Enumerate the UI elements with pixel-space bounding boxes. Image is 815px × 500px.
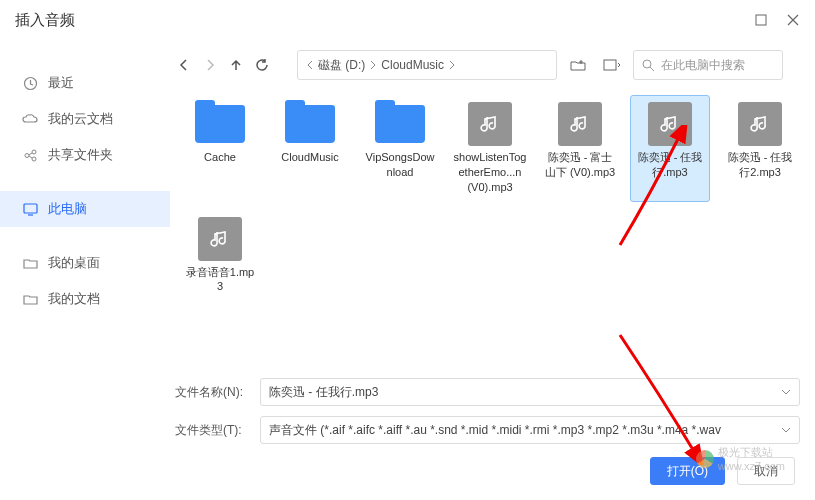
file-label: Cache: [204, 150, 236, 165]
svg-point-4: [32, 157, 36, 161]
file-item[interactable]: 陈奕迅 - 富士山下 (V0).mp3: [540, 95, 620, 202]
up-button[interactable]: [227, 56, 245, 74]
folder-icon: [22, 255, 38, 271]
file-label: CloudMusic: [281, 150, 338, 165]
file-item[interactable]: 录音语音1.mp3: [180, 210, 260, 302]
folder-icon: [22, 291, 38, 307]
sidebar-label: 共享文件夹: [48, 146, 113, 164]
breadcrumb-disk[interactable]: 磁盘 (D:): [318, 57, 377, 74]
breadcrumb-folder[interactable]: CloudMusic: [381, 58, 456, 72]
sidebar-item-this-pc[interactable]: 此电脑: [0, 191, 170, 227]
file-label: 录音语音1.mp3: [183, 265, 257, 295]
sidebar: 最近 我的云文档 共享文件夹 此电脑 我的桌面 我的文档: [0, 40, 170, 500]
audio-file-icon: [192, 217, 248, 261]
chevron-down-icon: [781, 389, 791, 395]
forward-button[interactable]: [201, 56, 219, 74]
share-icon: [22, 147, 38, 163]
search-icon: [642, 59, 655, 72]
sidebar-item-desktop[interactable]: 我的桌面: [0, 245, 170, 281]
svg-point-2: [25, 153, 29, 157]
watermark-logo: [696, 450, 714, 468]
back-button[interactable]: [175, 56, 193, 74]
audio-file-icon: [462, 102, 518, 146]
sidebar-label: 我的云文档: [48, 110, 113, 128]
chevron-left-icon: [306, 60, 314, 70]
file-item[interactable]: VipSongsDownload: [360, 95, 440, 202]
watermark: 极光下载站 www.xz7.com: [696, 445, 785, 472]
new-folder-button[interactable]: [565, 52, 591, 78]
search-placeholder: 在此电脑中搜索: [661, 57, 745, 74]
sidebar-item-cloud[interactable]: 我的云文档: [0, 101, 170, 137]
svg-point-7: [643, 60, 651, 68]
sidebar-item-documents[interactable]: 我的文档: [0, 281, 170, 317]
file-label: showListenTogetherEmo...n (V0).mp3: [453, 150, 527, 195]
dialog-title: 插入音频: [15, 11, 754, 30]
filename-label: 文件名称(N):: [170, 384, 250, 401]
sidebar-item-shared[interactable]: 共享文件夹: [0, 137, 170, 173]
filetype-select[interactable]: 声音文件 (*.aif *.aifc *.aiff *.au *.snd *.m…: [260, 416, 800, 444]
audio-file-icon: [732, 102, 788, 146]
audio-file-icon: [642, 102, 698, 146]
sidebar-label: 我的桌面: [48, 254, 100, 272]
file-list: CacheCloudMusicVipSongsDownloadshowListe…: [170, 90, 800, 373]
clock-icon: [22, 75, 38, 91]
svg-point-3: [32, 150, 36, 154]
filetype-label: 文件类型(T):: [170, 422, 250, 439]
svg-rect-5: [24, 204, 37, 213]
audio-file-icon: [552, 102, 608, 146]
path-breadcrumb[interactable]: 磁盘 (D:) CloudMusic: [297, 50, 557, 80]
toolbar: 磁盘 (D:) CloudMusic 在此电脑中搜索: [170, 40, 800, 90]
filename-input[interactable]: 陈奕迅 - 任我行.mp3: [260, 378, 800, 406]
sidebar-label: 最近: [48, 74, 74, 92]
folder-icon: [192, 102, 248, 146]
sidebar-label: 此电脑: [48, 200, 87, 218]
file-label: 陈奕迅 - 富士山下 (V0).mp3: [543, 150, 617, 180]
search-input[interactable]: 在此电脑中搜索: [633, 50, 783, 80]
cloud-icon: [22, 111, 38, 127]
sidebar-label: 我的文档: [48, 290, 100, 308]
file-label: VipSongsDownload: [363, 150, 437, 180]
svg-rect-0: [756, 15, 766, 25]
sidebar-item-recent[interactable]: 最近: [0, 65, 170, 101]
file-item[interactable]: Cache: [180, 95, 260, 202]
file-label: 陈奕迅 - 任我行.mp3: [633, 150, 707, 180]
monitor-icon: [22, 201, 38, 217]
file-item[interactable]: showListenTogetherEmo...n (V0).mp3: [450, 95, 530, 202]
view-button[interactable]: [599, 52, 625, 78]
svg-rect-6: [604, 60, 616, 70]
file-item[interactable]: CloudMusic: [270, 95, 350, 202]
refresh-button[interactable]: [253, 56, 271, 74]
close-button[interactable]: [786, 13, 800, 27]
folder-icon: [282, 102, 338, 146]
chevron-down-icon: [781, 427, 791, 433]
maximize-button[interactable]: [754, 13, 768, 27]
file-label: 陈奕迅 - 任我行2.mp3: [723, 150, 797, 180]
folder-icon: [372, 102, 428, 146]
file-item[interactable]: 陈奕迅 - 任我行2.mp3: [720, 95, 800, 202]
file-item[interactable]: 陈奕迅 - 任我行.mp3: [630, 95, 710, 202]
